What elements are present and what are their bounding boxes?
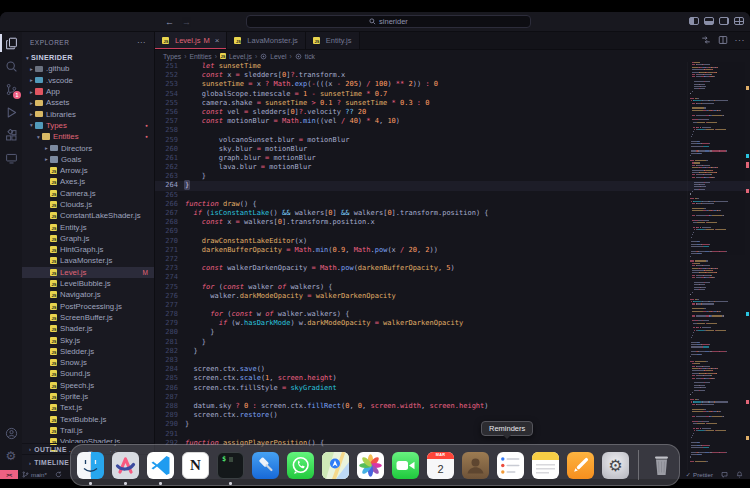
toggle-panel-icon[interactable]	[704, 17, 714, 25]
tree-item-Speech.js[interactable]: JSSpeech.js	[22, 380, 154, 391]
code-editor[interactable]: 251 let sunsetTime252 const x = sledders…	[155, 62, 750, 470]
dock-item-calendar[interactable]: MAR2	[427, 452, 454, 479]
finder-icon[interactable]	[77, 452, 104, 479]
forward-arrow-icon[interactable]: →	[182, 17, 191, 27]
tree-item-Entity.js[interactable]: JSEntity.js	[22, 221, 154, 232]
bell-icon[interactable]	[732, 470, 747, 479]
dock-item-pages[interactable]	[567, 452, 594, 479]
xcode-icon[interactable]	[252, 452, 279, 479]
dock-item-notes[interactable]	[532, 452, 559, 479]
close-icon[interactable]: ×	[215, 36, 220, 45]
pages-icon[interactable]	[567, 452, 594, 479]
tree-item-Level.js[interactable]: JSLevel.jsM	[22, 267, 154, 278]
breadcrumb-tick[interactable]: tick	[305, 53, 315, 60]
minimap[interactable]	[687, 62, 745, 470]
tree-item-Sky.js[interactable]: JSSky.js	[22, 334, 154, 345]
toggle-secondary-sidebar-icon[interactable]	[719, 17, 729, 25]
tree-item-LavaMonster.js[interactable]: JSLavaMonster.js	[22, 255, 154, 266]
tree-item-Text.js[interactable]: JSText.js	[22, 402, 154, 413]
tree-item-Camera.js[interactable]: JSCamera.js	[22, 188, 154, 199]
tree-item-Assets[interactable]: ▸Assets	[22, 97, 154, 108]
breadcrumb-Types[interactable]: Types	[163, 53, 181, 60]
tree-item-Types[interactable]: ▾Types●	[22, 120, 154, 131]
tree-item-LevelBubble.js[interactable]: JSLevelBubble.js	[22, 278, 154, 289]
dock-item-settings[interactable]: ⚙	[602, 452, 629, 479]
terminal-icon[interactable]: $	[217, 452, 244, 479]
tree-item-Snow.js[interactable]: JSSnow.js	[22, 357, 154, 368]
split-editor-icon[interactable]	[718, 35, 728, 45]
dock-item-contacts[interactable]	[462, 452, 489, 479]
vscode-icon[interactable]	[147, 452, 174, 479]
tree-item-App[interactable]: ▸App	[22, 86, 154, 97]
sync-icon[interactable]	[51, 470, 66, 479]
reminders-icon[interactable]	[497, 452, 524, 479]
dock-item-maps[interactable]	[322, 452, 349, 479]
activitybar-source-control[interactable]: 1	[0, 78, 22, 100]
dock-item-finder[interactable]	[77, 452, 104, 479]
settings-icon[interactable]: ⚙	[602, 452, 629, 479]
dock-item-facetime[interactable]	[392, 452, 419, 479]
dock-item-xcode[interactable]	[252, 452, 279, 479]
tree-item-SINERIDER[interactable]: ▾SINERIDER	[22, 52, 154, 63]
command-center-search[interactable]: sinerider	[246, 15, 531, 28]
dock-item-reminders[interactable]	[497, 452, 524, 479]
activitybar-settings-gear[interactable]: ⚙	[0, 445, 22, 467]
activitybar-remote[interactable]	[0, 147, 22, 169]
tree-item-Navigator.js[interactable]: JSNavigator.js	[22, 289, 154, 300]
dock-item-trash[interactable]	[648, 452, 675, 479]
open-changes-icon[interactable]	[701, 35, 711, 45]
toggle-sidebar-icon[interactable]	[689, 17, 699, 25]
tree-item-Shader.js[interactable]: JSShader.js	[22, 323, 154, 334]
tree-item-Trail.js[interactable]: JSTrail.js	[22, 425, 154, 436]
contacts-icon[interactable]	[462, 452, 489, 479]
whatsapp-icon[interactable]	[287, 452, 314, 479]
activitybar-explorer[interactable]	[0, 32, 22, 54]
breadcrumb-Level[interactable]: Level	[270, 53, 286, 60]
activitybar-search[interactable]	[0, 55, 22, 77]
tree-item-Sprite.js[interactable]: JSSprite.js	[22, 391, 154, 402]
dock-item-vscode[interactable]	[147, 452, 174, 479]
tree-item-Goals[interactable]: ▸Goals	[22, 154, 154, 165]
tree-item-.github[interactable]: ▸.github	[22, 63, 154, 74]
formatter-item[interactable]: ✓ Prettier	[682, 470, 717, 479]
arc-icon[interactable]	[112, 452, 139, 479]
dock-item-arc[interactable]	[112, 452, 139, 479]
customize-layout-icon[interactable]	[734, 17, 744, 25]
git-branch-item[interactable]: main*	[18, 470, 51, 479]
tree-item-TextBubble.js[interactable]: JSTextBubble.js	[22, 414, 154, 425]
tab-LavaMonster.js[interactable]: JSLavaMonster.js	[227, 32, 305, 49]
breadcrumb[interactable]: Types›Entities›JSLevel.js›Level›tick	[155, 50, 750, 62]
feedback-icon[interactable]	[717, 470, 732, 479]
tree-item-ScreenBuffer.js[interactable]: JSScreenBuffer.js	[22, 312, 154, 323]
breadcrumb-Entities[interactable]: Entities	[189, 53, 211, 60]
back-arrow-icon[interactable]: ←	[165, 17, 174, 27]
tree-item-Graph.js[interactable]: JSGraph.js	[22, 233, 154, 244]
activitybar-run-debug[interactable]	[0, 101, 22, 123]
tree-item-.vscode[interactable]: ▸.vscode	[22, 75, 154, 86]
tree-item-Sound.js[interactable]: JSSound.js	[22, 368, 154, 379]
more-actions-icon[interactable]: ···	[735, 35, 746, 45]
dock-item-notion[interactable]: N	[182, 452, 209, 479]
tab-Entity.js[interactable]: JSEntity.js	[306, 32, 360, 49]
notes-icon[interactable]	[532, 452, 559, 479]
tab-Level.js[interactable]: JSLevel.jsM×	[155, 32, 227, 49]
tree-item-Axes.js[interactable]: JSAxes.js	[22, 176, 154, 187]
dock-item-photos[interactable]	[357, 452, 384, 479]
tree-item-Directors[interactable]: ▸Directors	[22, 142, 154, 153]
tree-item-Clouds.js[interactable]: JSClouds.js	[22, 199, 154, 210]
notion-icon[interactable]: N	[182, 452, 209, 479]
dock-item-whatsapp[interactable]	[287, 452, 314, 479]
tree-item-Libraries[interactable]: ▸Libraries	[22, 108, 154, 119]
tree-item-Sledder.js[interactable]: JSSledder.js	[22, 346, 154, 357]
activitybar-account[interactable]	[0, 422, 22, 444]
tree-item-Entities[interactable]: ▾Entities●	[22, 131, 154, 142]
photos-icon[interactable]	[357, 452, 384, 479]
calendar-icon[interactable]: MAR2	[427, 452, 454, 479]
facetime-icon[interactable]	[392, 452, 419, 479]
trash-icon[interactable]	[648, 452, 675, 479]
tree-item-PostProcessing.js[interactable]: JSPostProcessing.js	[22, 301, 154, 312]
tree-item-Arrow.js[interactable]: JSArrow.js	[22, 165, 154, 176]
dock-item-terminal[interactable]: $	[217, 452, 244, 479]
maps-icon[interactable]	[322, 452, 349, 479]
tree-item-ConstantLakeShader.js[interactable]: JSConstantLakeShader.js	[22, 210, 154, 221]
